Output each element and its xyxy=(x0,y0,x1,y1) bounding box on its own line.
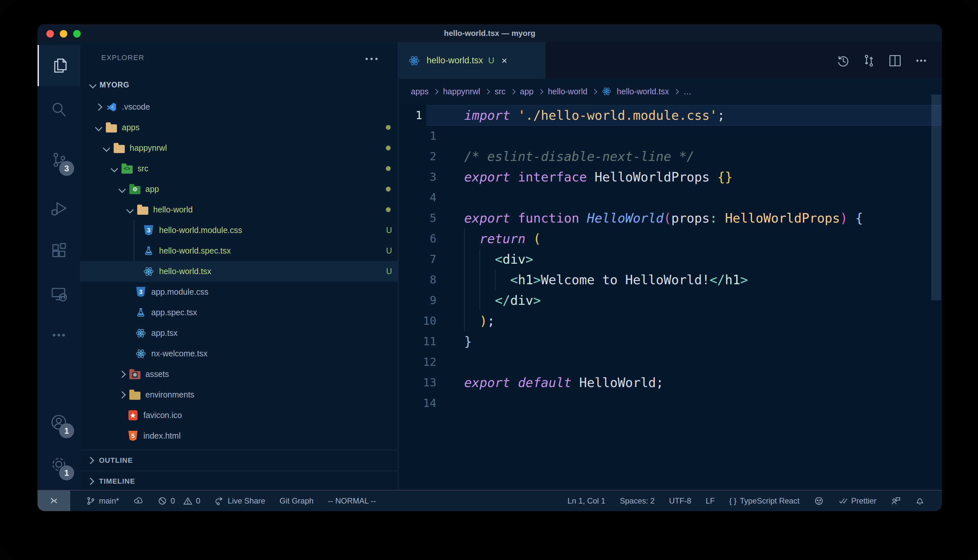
breadcrumbs: apps happynrwl src app hello-world hello… xyxy=(398,79,942,104)
code-line[interactable]: 12 xyxy=(398,352,942,372)
git-modified-dot xyxy=(386,207,391,212)
tree-item-hello-world-folder[interactable]: hello-world xyxy=(80,199,398,220)
tab-hello-world-tsx[interactable]: hello-world.tsx U × xyxy=(398,42,545,79)
files-icon xyxy=(51,56,70,75)
explorer-icon[interactable] xyxy=(38,45,81,86)
source-control-icon[interactable]: 3 xyxy=(38,139,80,180)
tree-item-index-html[interactable]: 5 index.html xyxy=(80,425,398,446)
live-share-button[interactable]: Live Share xyxy=(215,496,265,506)
tree-item-hello-world-spec-tsx[interactable]: hello-world.spec.tsx U xyxy=(80,240,398,261)
code-line[interactable]: 2/* eslint-disable-next-line */ xyxy=(398,146,942,167)
run-debug-icon[interactable] xyxy=(38,188,80,229)
folder-icon xyxy=(105,122,117,133)
prettier-status[interactable]: Prettier xyxy=(838,496,876,506)
tab-label: hello-world.tsx xyxy=(426,55,483,66)
breadcrumb-src[interactable]: src xyxy=(495,87,505,96)
cursor-position[interactable]: Ln 1, Col 1 xyxy=(567,497,605,505)
code-line[interactable]: 9 </div> xyxy=(398,290,942,311)
git-modified-dot xyxy=(386,166,391,171)
timeline-panel-header[interactable]: TIMELINE xyxy=(80,471,398,492)
tree-item-nx-welcome-tsx[interactable]: nx-welcome.tsx xyxy=(80,343,398,364)
code-line[interactable]: 7 <div> xyxy=(398,249,942,270)
feedback-button[interactable] xyxy=(891,496,901,506)
feedback-person-icon xyxy=(891,496,901,506)
code-line[interactable]: 8 <h1>Welcome to HelloWorld!</h1> xyxy=(398,270,942,290)
css-file-icon: 3 xyxy=(143,225,154,236)
code-line[interactable]: 3export interface HelloWorldProps {} xyxy=(398,167,942,187)
breadcrumb-symbol[interactable]: … xyxy=(683,87,692,96)
search-icon[interactable] xyxy=(38,89,80,130)
github-status[interactable] xyxy=(814,496,824,506)
problems-status[interactable]: 0 0 xyxy=(157,496,200,506)
code-line[interactable]: 11} xyxy=(398,331,942,352)
code-line[interactable]: 5export function HelloWorld(props: Hello… xyxy=(398,208,942,228)
remote-indicator[interactable] xyxy=(38,490,70,511)
tree-item-environments[interactable]: environments xyxy=(80,385,398,405)
accounts-icon[interactable]: 1 xyxy=(38,402,80,443)
tree-item-app-tsx[interactable]: app.tsx xyxy=(80,323,398,343)
title-bar[interactable]: hello-world.tsx — myorg xyxy=(38,25,942,42)
tree-item-app-spec-tsx[interactable]: app.spec.tsx xyxy=(80,302,398,323)
tree-item-favicon-ico[interactable]: ★ favicon.ico xyxy=(80,405,398,425)
git-graph-button[interactable]: Git Graph xyxy=(279,497,314,505)
vscode-window: hello-world.tsx — myorg 3 xyxy=(38,25,942,511)
tree-item-app[interactable]: ⚙ app xyxy=(80,179,398,199)
breadcrumb-file[interactable]: hello-world.tsx xyxy=(617,87,669,96)
code-line[interactable]: 10 ); xyxy=(398,311,942,331)
notifications-button[interactable] xyxy=(915,496,925,506)
settings-badge: 1 xyxy=(59,465,74,480)
line-number: 14 xyxy=(398,393,436,413)
tree-item-apps[interactable]: apps xyxy=(80,117,398,138)
breadcrumb-hello-world[interactable]: hello-world xyxy=(548,87,587,96)
git-branch-status[interactable]: main* xyxy=(86,496,119,506)
tree-item-happynrwl[interactable]: happynrwl xyxy=(80,138,398,158)
code-line[interactable]: 6 return ( xyxy=(398,228,942,249)
double-check-icon xyxy=(838,496,848,506)
line-number: 3 xyxy=(398,167,436,187)
accounts-badge: 1 xyxy=(59,423,74,438)
split-editor-icon[interactable] xyxy=(888,53,903,68)
explorer-more-actions-icon[interactable] xyxy=(366,58,378,60)
more-views-icon[interactable] xyxy=(38,315,80,356)
tree-item-app-module-css[interactable]: 3 app.module.css xyxy=(80,282,398,302)
react-file-icon xyxy=(135,348,147,360)
favicon-file-icon: ★ xyxy=(127,410,139,421)
extensions-icon[interactable] xyxy=(38,231,80,272)
code-line[interactable]: 14 xyxy=(398,393,942,413)
breadcrumb-apps[interactable]: apps xyxy=(411,87,428,96)
settings-gear-icon[interactable]: 1 xyxy=(38,444,80,485)
tree-item-vscode-folder[interactable]: .vscode xyxy=(80,97,398,117)
line-number: 1 xyxy=(398,126,436,146)
compare-changes-icon[interactable] xyxy=(861,53,876,68)
outline-panel-header[interactable]: OUTLINE xyxy=(80,450,398,471)
scm-badge: 3 xyxy=(59,161,74,176)
code-line[interactable]: 1 xyxy=(398,126,942,146)
test-file-icon xyxy=(143,245,154,257)
code-line[interactable]: 1import './hello-world.module.css'; xyxy=(398,105,942,126)
tree-item-assets[interactable]: ⚙ assets xyxy=(80,364,398,385)
remote-explorer-icon[interactable] xyxy=(38,274,80,315)
code-area[interactable]: 1import './hello-world.module.css';12/* … xyxy=(398,104,942,490)
eol-setting[interactable]: LF xyxy=(705,497,715,505)
html-file-icon: 5 xyxy=(127,430,139,442)
folder-icon xyxy=(129,389,141,401)
close-tab-icon[interactable]: × xyxy=(502,55,507,66)
line-number: 11 xyxy=(398,331,436,352)
indentation-setting[interactable]: Spaces: 2 xyxy=(620,497,655,505)
editor-more-actions-icon[interactable] xyxy=(914,53,929,68)
tree-item-hello-world-module-css[interactable]: 3 hello-world.module.css U xyxy=(80,220,398,240)
vim-mode-indicator[interactable]: -- NORMAL -- xyxy=(328,497,376,505)
workspace-section-header[interactable]: MYORG xyxy=(80,73,398,96)
sync-changes-button[interactable] xyxy=(133,496,143,506)
tree-item-hello-world-tsx-selected[interactable]: hello-world.tsx U xyxy=(80,261,398,282)
tree-item-src[interactable]: <> src xyxy=(80,158,398,179)
breadcrumb-app[interactable]: app xyxy=(520,87,534,96)
code-line[interactable]: 13export default HelloWorld; xyxy=(398,372,942,393)
breadcrumb-happynrwl[interactable]: happynrwl xyxy=(443,87,480,96)
editor-scrollbar[interactable] xyxy=(931,95,941,300)
explorer-sidebar: EXPLORER MYORG .vscode xyxy=(80,42,398,490)
code-line[interactable]: 4 xyxy=(398,187,942,208)
language-mode[interactable]: { } TypeScript React xyxy=(729,497,799,505)
timeline-history-icon[interactable] xyxy=(835,53,850,68)
encoding-setting[interactable]: UTF-8 xyxy=(669,497,691,505)
